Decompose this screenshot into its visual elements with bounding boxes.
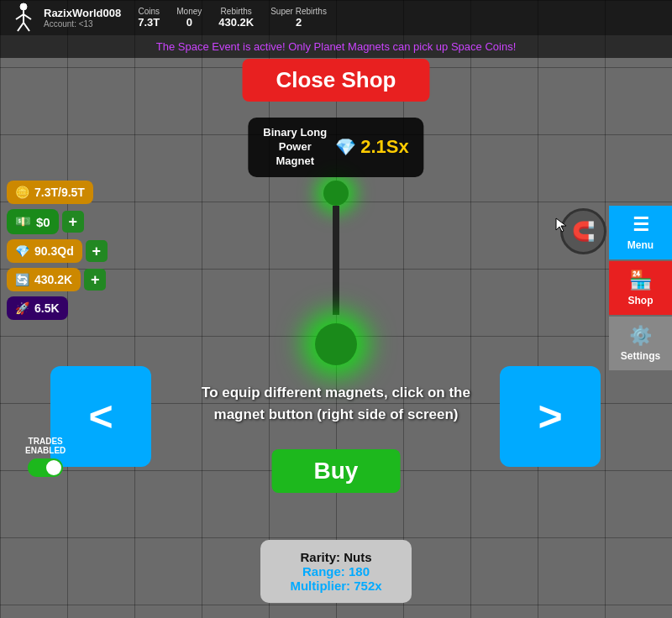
rebirths-hud-row: 🔄 430.2K +: [7, 268, 108, 291]
super-rebirths-value: 2: [296, 16, 302, 29]
spaceship-hud-row: 🚀 6.5K: [7, 296, 108, 320]
magnet-name: Binary LongPowerMagnet: [263, 126, 327, 169]
stickman-icon: [7, 1, 40, 34]
rarity-label: Rarity: Nuts: [286, 550, 386, 564]
gems-hud-value: 90.3Qd: [34, 244, 74, 258]
rebirths-hud-value: 430.2K: [34, 273, 72, 286]
svg-line-2: [16, 14, 24, 19]
rarity-multiplier: Multiplier: 752x: [286, 579, 386, 593]
rebirths-value: 430.2K: [218, 16, 254, 29]
game-area: RazixWorld008 Account: <13 Coins 7.3T Mo…: [0, 0, 672, 618]
coins-hud-row: 🪙 7.3T/9.5T: [7, 181, 108, 204]
svg-line-5: [24, 23, 29, 31]
money-hud-value: $0: [36, 215, 50, 229]
space-event-banner: The Space Event is active! Only Planet M…: [0, 35, 672, 58]
player-info: RazixWorld008 Account: <13: [44, 7, 121, 29]
trades-toggle[interactable]: [28, 458, 63, 477]
gem-hud-icon: 💎: [15, 244, 29, 258]
settings-button[interactable]: ⚙️ Settings: [609, 317, 672, 370]
shop-icon: 🏪: [629, 270, 652, 291]
gems-hud-row: 💎 90.3Qd +: [7, 239, 108, 263]
settings-label: Settings: [621, 350, 660, 362]
right-side-buttons: ☰ Menu 🏪 Shop ⚙️ Settings: [609, 206, 672, 370]
trades-area: TRADESENABLED: [25, 437, 66, 477]
menu-label: Menu: [627, 239, 654, 251]
money-display: 💵 $0: [7, 209, 59, 234]
money-label: Money: [176, 7, 202, 16]
magnet-tooltip: Binary LongPowerMagnet 💎 2.1Sx: [248, 118, 423, 177]
coins-label: Coins: [138, 7, 160, 16]
settings-icon: ⚙️: [629, 325, 652, 347]
svg-line-4: [18, 23, 24, 31]
shop-button[interactable]: 🏪 Shop: [609, 261, 672, 315]
magnet-price-value: 2.1Sx: [360, 136, 409, 158]
space-event-text: The Space Event is active! Only Planet M…: [156, 40, 517, 53]
rebirths-label: Rebirths: [221, 7, 252, 16]
coins-display: 🪙 7.3T/9.5T: [7, 181, 93, 204]
shop-label: Shop: [628, 295, 654, 306]
toggle-knob: [46, 460, 61, 475]
coins-hud-value: 7.3T/9.5T: [34, 186, 85, 199]
svg-line-3: [24, 14, 31, 19]
rarity-range: Range: 180: [286, 564, 386, 579]
coins-value: 7.3T: [138, 16, 160, 29]
svg-point-0: [20, 3, 27, 10]
spaceship-icon: 🚀: [15, 301, 29, 315]
player-account: Account: <13: [44, 19, 121, 29]
coin-icon: 🪙: [15, 186, 29, 199]
player-name: RazixWorld008: [44, 7, 121, 19]
money-stat: Money 0: [176, 7, 202, 29]
add-rebirths-button[interactable]: +: [84, 269, 106, 291]
instruction-text: To equip different magnets, click on the…: [193, 382, 479, 425]
add-gems-button[interactable]: +: [86, 240, 108, 262]
top-bar: RazixWorld008 Account: <13 Coins 7.3T Mo…: [0, 0, 672, 35]
magnet-select-button[interactable]: 🧲: [560, 208, 606, 254]
gem-icon: 💎: [335, 137, 356, 157]
close-shop-button[interactable]: Close Shop: [242, 59, 429, 102]
menu-button[interactable]: ☰ Menu: [609, 206, 672, 259]
left-hud: 🪙 7.3T/9.5T 💵 $0 + 💎 90.3Qd + 🔄 430.2K +: [7, 181, 108, 320]
rebirths-stat: Rebirths 430.2K: [218, 7, 254, 29]
rebirth-icon: 🔄: [15, 273, 29, 286]
next-magnet-button[interactable]: >: [500, 366, 601, 467]
magnet-head: [323, 181, 349, 206]
trades-label: TRADESENABLED: [25, 437, 66, 455]
magnet-visual: [323, 181, 349, 348]
magnet-stick: [333, 206, 339, 315]
rarity-card: Rarity: Nuts Range: 180 Multiplier: 752x: [260, 540, 412, 603]
coins-stat: Coins 7.3T: [138, 7, 160, 29]
magnet-price: 💎 2.1Sx: [335, 136, 409, 158]
add-money-button[interactable]: +: [62, 211, 84, 233]
money-hud-row: 💵 $0 +: [7, 209, 108, 234]
menu-icon: ☰: [633, 214, 649, 236]
spaceship-hud-value: 6.5K: [34, 301, 60, 315]
super-rebirths-stat: Super Rebirths 2: [270, 7, 327, 29]
gems-display: 💎 90.3Qd: [7, 239, 82, 263]
money-icon: 💵: [15, 214, 31, 229]
rebirths-display: 🔄 430.2K: [7, 268, 81, 291]
money-value: 0: [186, 16, 192, 29]
super-rebirths-label: Super Rebirths: [270, 7, 327, 16]
buy-button[interactable]: Buy: [272, 449, 401, 493]
magnet-base: [315, 323, 357, 365]
spaceship-display: 🚀 6.5K: [7, 296, 68, 320]
magnet-btn-icon: 🧲: [572, 221, 595, 243]
